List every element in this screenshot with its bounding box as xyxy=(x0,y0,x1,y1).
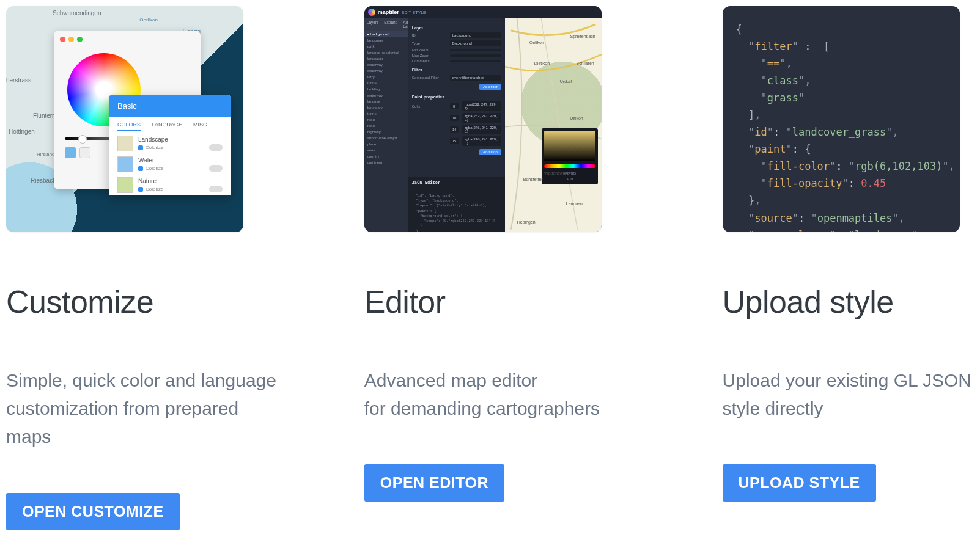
toggle-icon xyxy=(209,186,223,192)
layer-row-landscape: Landscape Colorize xyxy=(109,133,231,154)
row-label: Landscape xyxy=(138,136,223,143)
card-editor: maptiler EDIT STYLE Layers Expand Add La… xyxy=(364,6,637,502)
layer-item: landcover xyxy=(364,37,408,43)
row-sublabel: Colorize xyxy=(146,145,163,150)
color-stop-row: 15rgba(246, 241, 229, 1) xyxy=(412,136,501,146)
map-place-label: Langnau xyxy=(566,202,583,206)
field-value xyxy=(450,54,501,57)
map-place-label: Hedingen xyxy=(517,220,536,224)
layer-item: waterway xyxy=(364,68,408,74)
card-upload: { "filter" : [ "==", "class", "grass" ],… xyxy=(723,6,974,502)
editor-description: Advanced map editor for demanding cartog… xyxy=(364,367,637,423)
layer-item: tunnel xyxy=(364,111,408,117)
field-value xyxy=(450,49,501,51)
logo-subtext: EDIT STYLE xyxy=(402,10,426,15)
layer-item: road xyxy=(364,117,408,123)
checkbox-icon xyxy=(138,145,143,150)
card-customize: Schwamendingen Höngg Oerlikon Fluntern H… xyxy=(6,6,279,530)
customize-description: Simple, quick color and language customi… xyxy=(6,367,279,451)
field-value xyxy=(450,60,501,62)
basic-panel-header: Basic xyxy=(109,95,231,117)
color-stop-row: 14rgba(246, 241, 229, 1) xyxy=(412,125,501,134)
map-place-label: Dietikon xyxy=(534,61,550,65)
row-label: Nature xyxy=(138,178,223,184)
layer-item: building xyxy=(364,86,408,92)
map-place-label: Schwamendingen xyxy=(53,10,101,16)
field-value: background xyxy=(450,32,501,38)
add-stop-button: Add stop xyxy=(479,149,501,155)
picker-add: ADD xyxy=(544,177,595,181)
tab-misc: MISC xyxy=(193,122,207,131)
map-place-label: Schlieren xyxy=(577,61,594,65)
json-editor-content: { "id": "background", "type": "backgroun… xyxy=(412,188,501,233)
layers-sidebar: Layers Expand Add Layer ▸ background lan… xyxy=(364,18,408,232)
map-place-label: Uitikon xyxy=(570,116,583,120)
field-label: Comments xyxy=(412,59,446,63)
layer-item: country xyxy=(364,153,408,159)
color-stop-row: 10rgba(252, 247, 229, 1) xyxy=(412,113,501,123)
layer-row-nature: Nature Colorize xyxy=(109,175,231,195)
layer-item: boundary xyxy=(364,104,408,111)
maptiler-logo: maptiler EDIT STYLE xyxy=(368,9,426,16)
open-customize-button[interactable]: OPEN CUSTOMIZE xyxy=(6,493,180,530)
field-label: ID xyxy=(412,34,446,37)
layer-item: landcover xyxy=(364,56,408,62)
upload-title: Upload style xyxy=(723,283,974,320)
layer-item: landuse_residential xyxy=(364,49,408,56)
map-place-label: Hottingen xyxy=(9,128,35,135)
field-label: Type xyxy=(412,42,446,45)
map-place-label: Spreitenbach xyxy=(570,34,595,38)
layer-item: ferry xyxy=(364,74,408,80)
layer-item: ▸ background xyxy=(364,31,408,37)
layer-item: continent xyxy=(364,159,408,166)
color-stop-row: Color0rgba(252, 247, 229, 1) xyxy=(412,101,501,111)
field-label: Max Zoom xyxy=(412,54,446,57)
layer-item: highway xyxy=(364,129,408,135)
map-place-label: Urdorf xyxy=(560,79,572,84)
color-picker-popup: #F2F7E5 ADD xyxy=(542,128,598,184)
map-place-label: Riesbach xyxy=(31,177,56,184)
tab-colors: COLORS xyxy=(117,122,141,131)
json-editor-header: JSON Editor xyxy=(412,180,501,186)
upload-description: Upload your existing GL JSON style direc… xyxy=(723,367,974,423)
picker-gradient xyxy=(544,131,595,161)
logo-text: maptiler xyxy=(378,9,399,15)
layer-item: waterway xyxy=(364,92,408,98)
editor-map-preview: #F2F7E5 ADD Spreitenbach Oetikon Urdorf … xyxy=(505,18,602,232)
map-place-label: Oetikon xyxy=(529,40,544,45)
section-paint: Paint properties xyxy=(412,95,501,99)
picker-hue-slider xyxy=(544,164,595,168)
layer-item: tunnel xyxy=(364,80,408,86)
layer-item: park xyxy=(364,43,408,49)
editor-title: Editor xyxy=(364,283,637,320)
basic-tabs: COLORS LANGUAGE MISC xyxy=(109,117,231,133)
layer-item: landuse xyxy=(364,98,408,104)
layer-item: state xyxy=(364,147,408,153)
layer-row-water: Water Colorize xyxy=(109,154,231,175)
upload-style-button[interactable]: UPLOAD STYLE xyxy=(723,464,876,502)
map-place-label: Wädenswil xyxy=(544,171,565,175)
swatch-icon xyxy=(117,136,133,151)
swatch-icon xyxy=(117,156,133,172)
customize-thumbnail: Schwamendingen Höngg Oerlikon Fluntern H… xyxy=(6,6,243,232)
map-place-label: berstrass xyxy=(6,77,31,84)
toggle-icon xyxy=(209,165,223,172)
toggle-icon xyxy=(209,144,223,151)
layer-item: road xyxy=(364,123,408,129)
open-editor-button[interactable]: OPEN EDITOR xyxy=(364,464,504,502)
expand-tab: Expand xyxy=(381,18,400,31)
add-filter-button: Add filter xyxy=(479,84,501,90)
basic-style-panel: Basic COLORS LANGUAGE MISC Landscape Col… xyxy=(109,95,231,195)
layer-item: airport-label-major xyxy=(364,135,408,141)
checkbox-icon xyxy=(138,187,143,192)
window-traffic-lights xyxy=(60,37,194,42)
tab-language: LANGUAGE xyxy=(152,122,182,131)
section-layer: Layer xyxy=(412,26,501,30)
field-value: Background xyxy=(450,40,501,46)
upload-style-thumbnail: { "filter" : [ "==", "class", "grass" ],… xyxy=(723,6,960,232)
checkbox-icon xyxy=(138,166,143,171)
layer-item: waterway xyxy=(364,62,408,68)
swatch-icon xyxy=(117,177,133,193)
field-label: Compound Filter xyxy=(412,76,446,79)
field-value: every filter matches xyxy=(450,75,501,81)
